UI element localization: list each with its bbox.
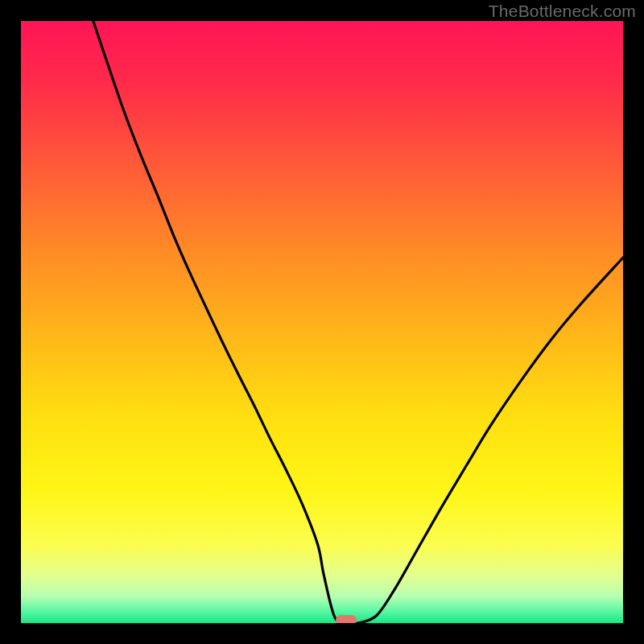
bottleneck-curve (93, 21, 623, 623)
attribution-text: TheBottleneck.com (489, 2, 636, 21)
optimal-marker (336, 615, 357, 623)
chart-frame: { "attribution": "TheBottleneck.com", "c… (0, 0, 644, 644)
plot-area (21, 21, 623, 623)
curve-layer (21, 21, 623, 623)
